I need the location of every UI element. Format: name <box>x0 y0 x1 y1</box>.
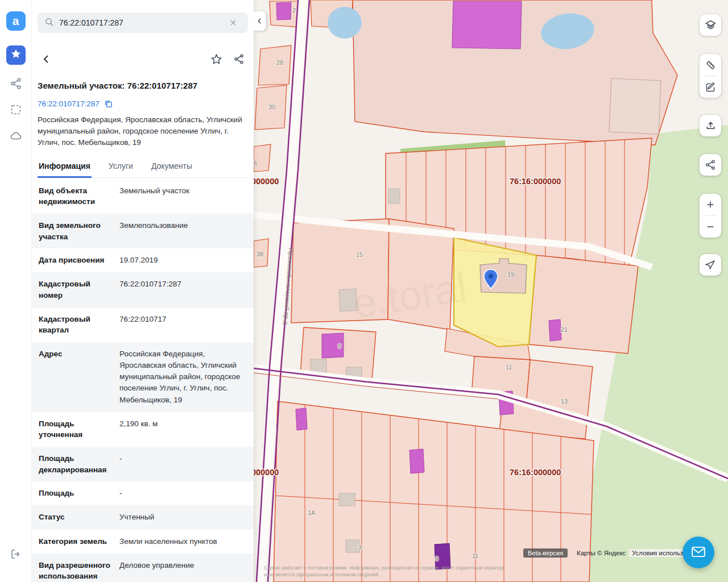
info-row: Кадастровый номер 76:22:010717:287 <box>32 272 254 307</box>
favorite-button[interactable] <box>208 51 224 67</box>
cadastral-number-link[interactable]: 76:22:010717:287 <box>38 99 100 108</box>
share-nodes-icon <box>10 77 22 92</box>
parcel-number: 13 <box>561 398 568 405</box>
beta-badge: Beta-версия <box>523 548 568 558</box>
parcel[interactable] <box>254 144 271 172</box>
share-object-button[interactable] <box>231 51 247 67</box>
parcel-number: 19 <box>507 271 514 278</box>
object-address: Российская Федерация, Ярославская област… <box>38 114 248 148</box>
measure-edit-control <box>700 54 721 98</box>
ruler-button[interactable] <box>700 54 721 76</box>
info-label: Кадастровый квартал <box>39 314 114 336</box>
left-icon-rail: a <box>0 0 32 582</box>
app-logo[interactable]: a <box>6 11 26 31</box>
tab-services[interactable]: Услуги <box>107 156 134 177</box>
info-row: Кадастровый квартал 76:22:010717 <box>32 307 254 342</box>
parcel-number: 1А <box>308 509 316 516</box>
info-value: 19.07.2019 <box>119 255 158 266</box>
info-row: Вид разрешенного использования Деловое у… <box>32 554 254 582</box>
copy-button[interactable] <box>104 98 114 109</box>
info-label: Площадь <box>39 488 114 499</box>
back-button[interactable] <box>39 51 55 67</box>
info-row: Площадь уточненная 2,190 кв. м <box>32 412 254 447</box>
share-control <box>700 154 721 176</box>
building <box>410 449 424 473</box>
clear-search-button[interactable] <box>225 15 241 31</box>
parcel-number: 11 <box>506 364 512 371</box>
collapse-panel-button[interactable] <box>254 11 266 31</box>
tab-documents[interactable]: Документы <box>150 156 193 177</box>
zoom-control <box>700 194 721 238</box>
info-value: - <box>119 488 122 499</box>
upload-button[interactable] <box>700 115 721 136</box>
cadastral-link-row: 76:22:010717:287 <box>38 98 248 109</box>
layers-button[interactable] <box>700 14 721 36</box>
info-value: 76:22:010717 <box>119 314 167 336</box>
info-value: - <box>119 453 122 475</box>
cloud-rail-button[interactable] <box>6 127 26 147</box>
parcel-number: 28 <box>276 59 283 66</box>
building <box>388 189 400 203</box>
favorites-rail-button[interactable] <box>6 45 26 65</box>
envelope-icon <box>691 544 706 561</box>
share-map-button[interactable] <box>700 154 721 176</box>
logout-icon <box>10 548 22 563</box>
info-value: Учтенный <box>119 512 154 523</box>
info-value: Землепользование <box>119 220 188 242</box>
info-table: Вид объекта недвижимости Земельный участ… <box>32 179 254 582</box>
upload-control <box>700 115 721 136</box>
info-row: Площадь - <box>32 481 254 505</box>
info-row: Вид земельного участка Землепользование <box>32 214 254 248</box>
parcel[interactable] <box>258 45 291 85</box>
search-input[interactable] <box>59 18 220 27</box>
parcel-number: 15 <box>356 251 363 258</box>
locate-control <box>700 254 721 276</box>
building <box>339 493 355 506</box>
building <box>311 359 326 373</box>
info-value: 2,190 кв. м <box>119 418 158 440</box>
info-row: Адрес Российская Федерация, Ярославская … <box>32 342 254 412</box>
chat-button[interactable] <box>682 537 714 568</box>
info-value: Земельный участок <box>119 185 189 207</box>
cloud-icon <box>10 130 22 144</box>
info-value: Деловое управление <box>119 560 194 582</box>
parcel-number: 6 <box>254 160 257 167</box>
page-title: Земельный участок: 76:22:010717:287 <box>38 81 248 90</box>
building <box>276 2 291 20</box>
building <box>296 408 307 430</box>
info-label: Вид земельного участка <box>39 220 114 242</box>
locate-button[interactable] <box>700 254 721 276</box>
industrial-building <box>452 1 522 49</box>
info-label: Категория земель <box>39 536 114 547</box>
layers-control <box>700 14 721 36</box>
tabs: Информация Услуги Документы <box>38 156 248 178</box>
zoom-in-button[interactable] <box>700 194 721 215</box>
info-row: Дата присвоения 19.07.2019 <box>32 248 254 272</box>
quarter-label: 76:16:000000 <box>510 468 561 477</box>
logout-button[interactable] <box>6 546 26 565</box>
parcel-number: 3 <box>358 544 362 551</box>
info-value: Российская Федерация, Ярославская област… <box>119 348 247 406</box>
object-info-panel: Земельный участок: 76:22:010717:287 76:2… <box>32 0 254 582</box>
area-select-rail-button[interactable] <box>6 101 26 120</box>
tab-information[interactable]: Информация <box>38 156 92 178</box>
parcel-number: 30 <box>268 103 275 110</box>
star-icon <box>10 48 22 62</box>
draw-button[interactable] <box>700 76 721 98</box>
building <box>549 319 561 341</box>
info-label: Вид объекта недвижимости <box>39 185 114 207</box>
services-rail-button[interactable] <box>6 75 26 94</box>
terms-of-use-link[interactable]: Условия использ <box>629 549 686 557</box>
info-value: 76:22:010717:287 <box>119 278 181 301</box>
info-row: Статус Учтенный <box>32 505 254 529</box>
cadastral-map[interactable]: e.toral 76:16:000000 76:16:000000 76:16:… <box>254 0 728 582</box>
parcel[interactable] <box>529 255 638 354</box>
parcel-number: 2 <box>292 7 296 14</box>
info-label: Кадастровый номер <box>39 278 114 301</box>
info-value: Земли населенных пунктов <box>119 536 217 547</box>
building <box>346 540 359 552</box>
parcel-number: 11 <box>472 552 478 559</box>
info-label: Вид разрешенного использования <box>39 560 114 582</box>
info-row: Площадь декларированная - <box>32 447 254 481</box>
zoom-out-button[interactable] <box>700 216 721 238</box>
